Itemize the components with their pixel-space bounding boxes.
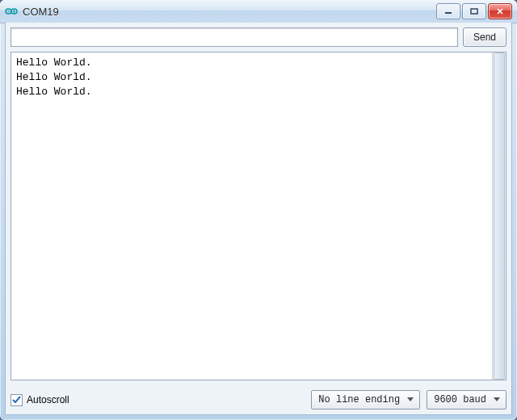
send-input-wrap[interactable] <box>11 27 458 47</box>
send-input[interactable] <box>15 29 454 45</box>
send-button[interactable]: Send <box>463 27 506 47</box>
svg-marker-10 <box>494 397 500 401</box>
titlebar[interactable]: COM19 <box>0 0 517 23</box>
check-icon <box>12 396 21 405</box>
maximize-icon <box>470 8 478 15</box>
console-area: Hello World. Hello World. Hello World. <box>11 52 506 380</box>
baud-rate-select[interactable]: 9600 baud <box>427 390 506 410</box>
window-controls <box>436 3 512 19</box>
window-title: COM19 <box>23 6 436 18</box>
checkbox-box <box>11 394 23 406</box>
autoscroll-checkbox[interactable]: Autoscroll <box>11 394 69 406</box>
serial-monitor-window: COM19 Send Hello World. Hello W <box>0 0 517 420</box>
client-area: Send Hello World. Hello World. Hello Wor… <box>5 23 512 415</box>
console-output[interactable]: Hello World. Hello World. Hello World. <box>11 52 493 380</box>
svg-rect-6 <box>471 9 477 14</box>
send-row: Send <box>6 23 511 52</box>
arduino-icon <box>5 5 18 18</box>
autoscroll-label: Autoscroll <box>27 394 69 405</box>
line-ending-value: No line ending <box>318 394 400 405</box>
chevron-down-icon <box>405 394 416 405</box>
minimize-button[interactable] <box>436 3 460 19</box>
maximize-button[interactable] <box>462 3 486 19</box>
status-row: Autoscroll No line ending 9600 baud <box>6 385 511 414</box>
close-icon <box>496 8 504 15</box>
svg-marker-9 <box>407 397 414 401</box>
minimize-icon <box>444 8 452 15</box>
scroll-thumb[interactable] <box>494 52 505 380</box>
line-ending-select[interactable]: No line ending <box>311 390 420 410</box>
close-button[interactable] <box>488 3 512 19</box>
vertical-scrollbar[interactable] <box>492 52 506 380</box>
chevron-down-icon <box>491 394 502 405</box>
baud-rate-value: 9600 baud <box>434 394 486 405</box>
